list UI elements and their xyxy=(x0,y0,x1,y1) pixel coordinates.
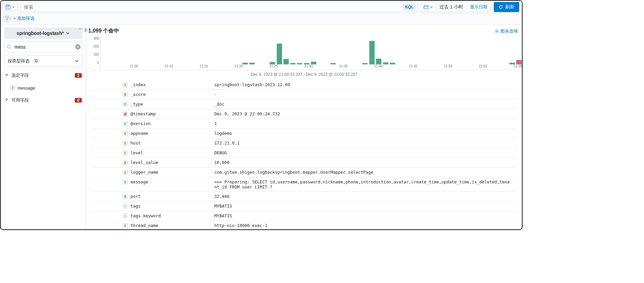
doc-field-row: #_score - xyxy=(90,90,518,100)
field-type-icon: # xyxy=(122,92,128,97)
doc-field-row: 🗓@timestampDec 9, 2023 @ 22:00:24.732 xyxy=(90,109,518,119)
search-icon xyxy=(7,45,11,49)
hit-count: 1,099 个命中 xyxy=(88,27,119,35)
doc-field-key[interactable]: ○tags xyxy=(90,204,214,209)
doc-field-value: com.gitee.shigen.logbackspringboot.mappe… xyxy=(214,170,518,175)
available-fields-label: 可用字段 xyxy=(11,98,29,103)
time-range-label[interactable]: 过去 1 小时 xyxy=(436,3,467,11)
available-fields-section[interactable]: 可用字段 0 xyxy=(4,95,83,106)
calendar-button[interactable] xyxy=(421,3,436,11)
chart-bar[interactable] xyxy=(376,59,381,65)
chart-bar[interactable] xyxy=(362,63,368,64)
field-type-icon: t xyxy=(122,150,128,156)
doc-field-key[interactable]: t@version xyxy=(90,121,214,126)
saved-query-button[interactable] xyxy=(3,3,17,11)
chart-options-link[interactable]: 图表选项 xyxy=(494,28,518,34)
doc-field-key[interactable]: tappname xyxy=(90,131,214,136)
doc-field-key[interactable]: tlevel xyxy=(90,150,214,156)
filter-options-button[interactable] xyxy=(3,15,11,22)
chevron-down-icon xyxy=(75,59,79,63)
doc-field-key[interactable]: #level_value xyxy=(90,160,214,165)
search-input[interactable] xyxy=(20,2,402,12)
doc-field-row: tappnamelogdemo xyxy=(90,129,518,138)
collapse-left-icon[interactable] xyxy=(79,28,83,32)
chart-bar[interactable] xyxy=(330,63,336,64)
refresh-button[interactable]: 刷新 xyxy=(494,2,519,12)
available-fields-count: 0 xyxy=(75,98,82,103)
field-name: message xyxy=(17,86,35,91)
field-name: logger_name xyxy=(130,170,158,175)
doc-field-key[interactable]: tthread_name xyxy=(90,223,214,228)
field-type-icon: t xyxy=(10,85,15,91)
type-filter-count: 0 xyxy=(33,59,40,63)
svg-point-7 xyxy=(80,29,81,29)
field-name: appname xyxy=(130,131,148,136)
chart-bar[interactable] xyxy=(509,63,515,64)
doc-field-value: 172.21.0.1 xyxy=(214,140,518,146)
doc-field-key[interactable]: t_index xyxy=(90,82,214,88)
doc-field-row: ○tagsMYBATIS xyxy=(90,202,518,211)
selected-fields-section[interactable]: 选定字段 1 xyxy=(4,70,83,81)
chart-bars: 21:0521:1021:1521:2021:2521:3021:3521:40… xyxy=(100,36,518,70)
chart-bar[interactable] xyxy=(311,62,316,64)
doc-field-row: #port32,846 xyxy=(90,192,518,202)
svg-point-12 xyxy=(496,30,497,32)
field-name: @timestamp xyxy=(130,111,156,116)
svg-point-4 xyxy=(7,45,10,48)
doc-field-key[interactable]: ○tags.keyword xyxy=(90,213,214,219)
field-name: tags xyxy=(130,204,141,209)
field-name: _score xyxy=(130,92,146,97)
doc-field-row: tlevelDEBUG xyxy=(90,148,518,158)
add-filter-link[interactable]: + 添加筛选 xyxy=(13,15,35,21)
doc-field-value: Dec 9, 2023 @ 22:00:24.732 xyxy=(214,111,518,117)
chart-bar[interactable] xyxy=(297,63,302,64)
svg-rect-0 xyxy=(6,5,10,9)
type-filter-button[interactable]: 按类型筛选 0 xyxy=(4,55,83,67)
main-layout: springboot-logstash* 按类型筛选 0 xyxy=(1,25,522,229)
type-filter-label: 按类型筛选 xyxy=(8,58,30,63)
chart-bar[interactable] xyxy=(516,60,522,64)
expand-icon[interactable] xyxy=(84,28,88,32)
doc-field-key[interactable]: tmessage xyxy=(90,179,214,189)
field-type-icon: t xyxy=(122,121,128,126)
date-picker: 过去 1 小时 显示日期 xyxy=(421,2,491,12)
field-name: _type xyxy=(130,102,143,107)
chart-bar[interactable] xyxy=(369,41,375,64)
doc-field-key[interactable]: #_score xyxy=(90,92,214,97)
field-type-icon: ○ xyxy=(122,213,128,219)
kql-toggle[interactable]: KQL xyxy=(402,4,416,10)
chart-bar[interactable] xyxy=(383,62,388,64)
doc-field-key[interactable]: #port xyxy=(90,194,214,199)
index-pattern-button[interactable]: springboot-logstash* xyxy=(4,27,83,39)
doc-field-key[interactable]: 🗓@timestamp xyxy=(90,111,214,117)
chart-bar[interactable] xyxy=(290,63,296,64)
document-table: t_indexspringboot-logstash-2023.12.09#_s… xyxy=(86,80,522,229)
chart-bar[interactable] xyxy=(249,63,255,64)
field-search-input[interactable] xyxy=(4,42,83,52)
chart-bar[interactable] xyxy=(270,62,275,64)
chart-bar[interactable] xyxy=(283,59,289,64)
doc-field-key[interactable]: tlogger_name xyxy=(90,170,214,175)
doc-field-value: DEBUG xyxy=(214,150,518,156)
chevron-down-icon xyxy=(430,5,433,9)
close-icon xyxy=(76,46,79,48)
chart-bar[interactable] xyxy=(390,63,395,64)
doc-field-value: 32,846 xyxy=(214,194,518,199)
clear-search-button[interactable] xyxy=(75,44,80,50)
doc-field-row: t_indexspringboot-logstash-2023.12.09 xyxy=(90,80,518,90)
chart-bar[interactable] xyxy=(243,63,248,64)
doc-field-key[interactable]: t_type xyxy=(90,102,214,107)
chart-bar[interactable] xyxy=(277,44,282,64)
field-name: @version xyxy=(130,121,151,126)
doc-field-value: logdemo xyxy=(214,131,518,136)
gear-icon xyxy=(494,29,499,34)
show-dates-link[interactable]: 显示日期 xyxy=(467,3,491,11)
field-item[interactable]: tmessage xyxy=(4,84,83,92)
field-name: message xyxy=(130,179,148,184)
chart-bar[interactable] xyxy=(304,63,309,64)
doc-field-key[interactable]: thost xyxy=(90,140,214,146)
doc-field-row: tmessage==> Preparing: SELECT id,usernam… xyxy=(90,177,518,192)
sidebar-collapse-icons xyxy=(79,28,88,32)
field-type-icon: # xyxy=(122,194,128,199)
doc-field-row: thost172.21.0.1 xyxy=(90,138,518,148)
